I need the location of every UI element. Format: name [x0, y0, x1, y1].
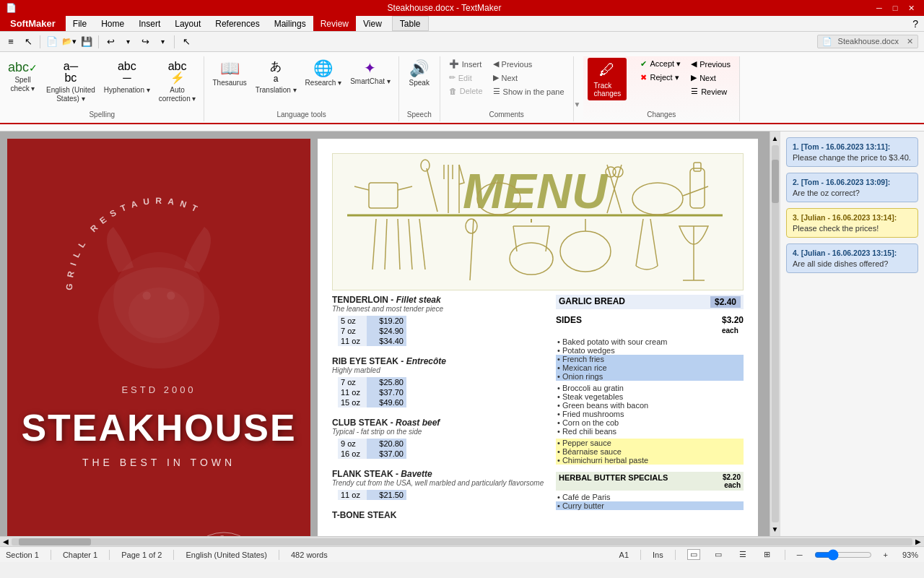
sides-section: SIDES $3.20 each • Baked potato with sou…: [556, 315, 744, 465]
next-change-button[interactable]: ▶ Next: [687, 72, 720, 84]
language-group-label: Language tools: [276, 111, 326, 120]
edit-comment-button[interactable]: ✏ Edit: [445, 72, 476, 84]
scroll-down-button[interactable]: ▼: [770, 524, 780, 535]
previous-comment-button[interactable]: ◀ Previous: [489, 58, 537, 70]
delete-icon: 🗑: [449, 87, 457, 95]
research-button[interactable]: 🌐 Research ▾: [302, 58, 346, 90]
changes-group-label: Changes: [647, 111, 676, 120]
toolbar-undo-drop[interactable]: ▾: [120, 34, 136, 50]
scroll-track[interactable]: [772, 145, 779, 522]
toolbar-sep-3: [174, 35, 175, 48]
review-button[interactable]: ☰ Review: [687, 85, 731, 98]
smartchat-button[interactable]: ✦ SmartChat ▾: [346, 58, 394, 89]
menu-view[interactable]: View: [356, 16, 389, 31]
garlic-bread-price: $2.40: [710, 296, 741, 308]
toolbar-cursor-btn[interactable]: ↖: [20, 34, 36, 50]
thesaurus-button[interactable]: 📖 Thesaurus: [209, 58, 250, 90]
menu-insert[interactable]: Insert: [131, 16, 167, 31]
tenderloin-sizes: 5 oz$19.20 7 oz$24.90 11 oz$34.40: [332, 316, 544, 346]
sides-header: SIDES $3.20 each: [556, 315, 744, 335]
reject-button[interactable]: ✖ Reject ▾: [636, 72, 683, 84]
toolbar-redo-btn[interactable]: ↪: [137, 34, 153, 50]
page-scroll-area[interactable]: GRILL RESTAURANT ESTD 2000 STEAKHOUSE TH…: [0, 131, 770, 536]
menu-file[interactable]: File: [66, 16, 94, 31]
status-sep-5: [640, 550, 641, 560]
table-row: 15 oz$49.60: [338, 397, 544, 407]
show-pane-button[interactable]: ☰ Show in the pane: [489, 85, 569, 98]
toolbar-save-btn[interactable]: 💾: [79, 34, 95, 50]
next-change-icon: ▶: [691, 73, 697, 82]
accept-button[interactable]: ✔ Accept ▾: [636, 58, 685, 70]
ribbon-group-language: 📖 Thesaurus あa Translation ▾ 🌐 Research …: [204, 56, 398, 121]
english-button[interactable]: a─bc English (UnitedStates) ▾: [43, 58, 99, 106]
menu-mailings[interactable]: Mailings: [267, 16, 313, 31]
maximize-button[interactable]: □: [888, 2, 902, 14]
scroll-left-button[interactable]: ◀: [1, 536, 10, 547]
vertical-scrollbar[interactable]: ▲ ▼: [770, 131, 780, 536]
kitchen-illustration: MENU: [333, 154, 737, 288]
view-normal-icon[interactable]: ▭: [687, 549, 700, 560]
club-steak-entry: CLUB STEAK - Roast beef Typical - fat st…: [332, 418, 544, 459]
menu-home[interactable]: Home: [94, 16, 131, 31]
speak-button[interactable]: 🔊 Speak: [404, 58, 435, 90]
translation-button[interactable]: あa Translation ▾: [252, 58, 300, 98]
scroll-up-button[interactable]: ▲: [770, 133, 780, 144]
minimize-button[interactable]: ─: [872, 2, 886, 14]
svg-line-31: [636, 219, 643, 266]
sides-item-5: • Onion rings: [556, 372, 744, 381]
prev-change-button[interactable]: ◀ Previous: [687, 58, 735, 70]
thesaurus-label: Thesaurus: [212, 79, 246, 87]
status-sep-7: [785, 550, 785, 560]
prev-icon: ◀: [493, 59, 499, 69]
insert-comment-button[interactable]: ➕ Insert: [445, 58, 487, 70]
toolbar-new-btn[interactable]: 📄: [44, 34, 60, 50]
club-steak-name: CLUB STEAK - Roast beef: [332, 418, 544, 428]
toolbar-select-btn[interactable]: ↖: [178, 34, 194, 50]
delete-comment-button[interactable]: 🗑 Delete: [445, 85, 487, 97]
close-button[interactable]: ✕: [904, 2, 918, 14]
ribeye-name: RIB EYE STEAK - Entrecôte: [332, 356, 544, 366]
next-comment-button[interactable]: ▶ Next: [489, 72, 523, 84]
sides-price: $3.20 each: [722, 315, 744, 335]
menu-layout[interactable]: Layout: [167, 16, 208, 31]
toolbar-menu-btn[interactable]: ≡: [3, 34, 19, 50]
insert-icon: ➕: [449, 59, 459, 69]
zoom-in-button[interactable]: +: [884, 551, 888, 559]
toolbar-undo-btn[interactable]: ↩: [103, 34, 118, 50]
menu-review[interactable]: Review: [313, 16, 356, 31]
zoom-slider[interactable]: [814, 549, 872, 561]
track-changes-button[interactable]: 🖊 Trackchanges: [588, 58, 627, 100]
h-scroll-thumb[interactable]: [19, 538, 91, 545]
horizontal-scrollbar[interactable]: ◀ ▶: [0, 536, 924, 546]
spell-check-label: Spellcheck ▾: [11, 76, 35, 93]
show-pane-label: Show in the pane: [503, 87, 565, 96]
doc-name-bar: 📄 Steakhouse.docx ✕: [817, 35, 918, 48]
auto-correction-button[interactable]: abc⚡ Autocorrection ▾: [155, 58, 200, 106]
help-icon[interactable]: ?: [907, 18, 924, 30]
hyphenation-button[interactable]: abc─ Hyphenation ▾: [100, 58, 154, 98]
view-outline-icon[interactable]: ☰: [736, 549, 749, 560]
view-web-icon[interactable]: ▭: [712, 549, 725, 560]
herbal-butter-section: HERBAL BUTTER SPECIALS $2.20 each • Café…: [556, 472, 744, 510]
toolbar-open-btn[interactable]: 📂▾: [61, 34, 77, 50]
spell-check-button[interactable]: abc✓ Spellcheck ▾: [4, 58, 41, 96]
scroll-right-button[interactable]: ▶: [914, 536, 923, 547]
ribbon-group-comments: ➕ Insert ✏ Edit 🗑 Delete ◀ Prev: [440, 56, 574, 121]
table-row: 5 oz$19.20: [338, 316, 544, 326]
table-row: 9 oz$20.80: [338, 439, 544, 449]
speech-group-label: Speech: [407, 111, 432, 120]
menu-references[interactable]: References: [208, 16, 266, 31]
doc-tab-close[interactable]: ✕: [907, 37, 913, 46]
reject-label: Reject ▾: [650, 73, 679, 82]
zoom-out-button[interactable]: ─: [797, 551, 803, 559]
menu-table[interactable]: Table: [392, 16, 429, 31]
sides-column: GARLIC BREAD $2.40 SIDES $3.20 each: [556, 295, 744, 530]
view-reading-icon[interactable]: ⊞: [761, 549, 773, 560]
flank-steak-name: FLANK STEAK - Bavette: [332, 469, 544, 479]
comments-expand[interactable]: ▼: [574, 56, 584, 121]
toolbar-redo-drop[interactable]: ▾: [154, 34, 170, 50]
h-scroll-track[interactable]: [12, 538, 912, 545]
menu-header-illustration: MENU: [332, 153, 744, 290]
prev-change-icon: ◀: [691, 59, 697, 69]
scroll-thumb[interactable]: [772, 160, 779, 203]
